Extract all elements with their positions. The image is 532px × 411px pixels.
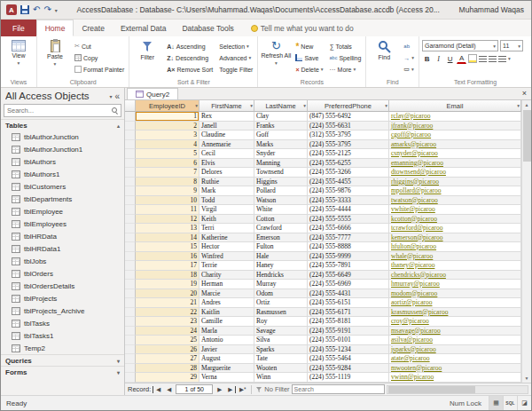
- cell-firstname[interactable]: Winfred: [200, 252, 254, 262]
- cell-preferredphone[interactable]: (224) 555-3333: [308, 196, 389, 206]
- more-button[interactable]: ··· More ▾: [328, 64, 364, 75]
- font-name-select[interactable]: Garamond (Detail) ▾: [422, 40, 498, 51]
- cell-firstname[interactable]: Rex: [200, 112, 254, 122]
- cell-employeeid[interactable]: 24: [136, 327, 200, 336]
- cell-firstname[interactable]: Verna: [200, 373, 254, 383]
- column-header-preferredphone[interactable]: PreferredPhone▾: [308, 100, 389, 112]
- cell-employeeid[interactable]: 28: [136, 364, 200, 374]
- cell-email[interactable]: croy@picaroo: [389, 317, 521, 327]
- column-header-firstname[interactable]: FirstName▾: [200, 100, 254, 112]
- cell-firstname[interactable]: Katherine: [200, 233, 254, 243]
- new-record-button[interactable]: * New: [293, 41, 325, 51]
- cell-preferredphone[interactable]: (224) 555-9876: [308, 186, 389, 196]
- first-record-button[interactable]: ◀: [153, 386, 162, 393]
- last-record-button[interactable]: ▶: [226, 386, 236, 393]
- cell-email[interactable]: whale@picaroo: [389, 252, 521, 262]
- cell-preferredphone[interactable]: (847) 555-6492: [308, 112, 389, 122]
- cell-firstname[interactable]: Claudine: [200, 130, 254, 140]
- cut-button[interactable]: ✂ Cut: [73, 41, 126, 51]
- cell-firstname[interactable]: Elvis: [200, 159, 254, 169]
- cell-firstname[interactable]: Marla: [200, 327, 254, 336]
- column-header-employeeid[interactable]: EmployeeID▾: [136, 100, 200, 112]
- row-selector[interactable]: [125, 280, 136, 289]
- shutter-bar-collapse-icon[interactable]: «: [114, 91, 120, 101]
- cell-lastname[interactable]: Odom: [254, 289, 308, 299]
- cell-employeeid[interactable]: 25: [136, 336, 200, 345]
- sql-view-button[interactable]: SQL: [503, 396, 517, 410]
- cell-email[interactable]: tcrawford@picaroo: [389, 224, 521, 233]
- cell-preferredphone[interactable]: (224) 555-4455: [308, 178, 389, 187]
- cell-firstname[interactable]: Charity: [200, 271, 254, 281]
- highlight-color-button[interactable]: [468, 54, 477, 63]
- cell-firstname[interactable]: Delores: [200, 168, 254, 178]
- design-view-button[interactable]: ◪: [517, 396, 531, 410]
- nav-pane-dropdown-icon[interactable]: ▾: [109, 93, 112, 99]
- cell-firstname[interactable]: Cecil: [200, 149, 254, 159]
- column-header-email[interactable]: Email▾: [389, 100, 521, 112]
- cell-employeeid[interactable]: 11: [136, 205, 200, 215]
- cell-lastname[interactable]: Rasmussen: [254, 308, 308, 318]
- row-selector[interactable]: [125, 159, 136, 169]
- cell-firstname[interactable]: Annemarie: [200, 140, 254, 150]
- ribbon-tab-create[interactable]: Create: [74, 20, 113, 36]
- cell-lastname[interactable]: Marks: [254, 140, 308, 150]
- cell-firstname[interactable]: Terrie: [200, 261, 254, 271]
- cell-email[interactable]: aortiz@picaroo: [389, 298, 521, 308]
- cell-email[interactable]: vwinn@picaroo: [389, 373, 521, 383]
- cell-email[interactable]: kemerson@picaroo: [389, 233, 521, 243]
- remove-sort-button[interactable]: A× Remove Sort: [165, 64, 215, 75]
- goto-button[interactable]: → ▾: [402, 52, 416, 63]
- row-selector[interactable]: [125, 317, 136, 327]
- align-right-button[interactable]: [498, 56, 506, 62]
- gridlines-dropdown-icon[interactable]: ▾: [508, 56, 511, 61]
- sidebar-item-tblTasks[interactable]: tblTasks: [1, 317, 124, 329]
- cell-firstname[interactable]: Javier: [200, 345, 254, 355]
- column-dropdown-icon[interactable]: ▾: [517, 103, 520, 108]
- user-name[interactable]: Muhammad Waqas: [459, 5, 526, 14]
- cell-lastname[interactable]: Haney: [254, 261, 308, 271]
- row-selector[interactable]: [125, 224, 136, 233]
- cell-email[interactable]: kcotton@picaroo: [389, 215, 521, 225]
- cell-lastname[interactable]: Franks: [254, 122, 308, 131]
- cell-email[interactable]: rhiggins@picaroo: [389, 178, 521, 187]
- copy-button[interactable]: Copy: [73, 52, 126, 63]
- bold-button[interactable]: B: [422, 54, 432, 64]
- row-selector[interactable]: [125, 112, 136, 122]
- cell-email[interactable]: twatson@picaroo: [389, 196, 521, 206]
- cell-firstname[interactable]: Andres: [200, 298, 254, 308]
- queries-section-header[interactable]: Queries ▾: [1, 354, 124, 366]
- cell-preferredphone[interactable]: (224) 555-3795: [308, 140, 389, 150]
- cell-employeeid[interactable]: 16: [136, 252, 200, 262]
- cell-lastname[interactable]: Murray: [254, 280, 308, 289]
- cell-preferredphone[interactable]: (224) 555-0101: [308, 336, 389, 345]
- cell-employeeid[interactable]: 6: [136, 159, 200, 169]
- sidebar-item-tblHRData[interactable]: tblHRData: [1, 230, 124, 242]
- cell-email[interactable]: vwhite@picaroo: [389, 205, 521, 215]
- cell-employeeid[interactable]: 10: [136, 196, 200, 206]
- row-selector[interactable]: [125, 252, 136, 262]
- forms-section-header[interactable]: Forms ▾: [1, 366, 124, 377]
- font-size-select[interactable]: 11 ▾: [500, 40, 523, 51]
- cell-lastname[interactable]: Winn: [254, 373, 308, 383]
- align-left-button[interactable]: [479, 56, 487, 62]
- cell-preferredphone[interactable]: (224) 555-6151: [308, 298, 389, 308]
- row-selector[interactable]: [125, 271, 136, 281]
- paste-button[interactable]: Paste ▾: [40, 38, 70, 78]
- cell-employeeid[interactable]: 17: [136, 261, 200, 271]
- cell-preferredphone[interactable]: (224) 555-4431: [308, 289, 389, 299]
- cell-lastname[interactable]: Cotton: [254, 215, 308, 225]
- cell-preferredphone[interactable]: (224) 555-9191: [308, 327, 389, 336]
- record-position[interactable]: 1 of 50: [176, 384, 213, 394]
- totals-button[interactable]: ∑ Totals: [328, 41, 364, 51]
- sidebar-item-tblDepartments[interactable]: tblDepartments: [1, 193, 124, 205]
- cell-email[interactable]: chendricks@picaroo: [389, 271, 521, 281]
- sidebar-item-tblEmployees[interactable]: tblEmployees: [1, 217, 124, 230]
- format-painter-button[interactable]: Format Painter: [73, 64, 126, 75]
- cell-employeeid[interactable]: 23: [136, 317, 200, 327]
- undo-icon[interactable]: ↶: [33, 5, 40, 14]
- cell-employeeid[interactable]: 29: [136, 373, 200, 383]
- scroll-up-icon[interactable]: ▲: [522, 100, 532, 109]
- cell-preferredphone[interactable]: (224) 555-8888: [308, 242, 389, 252]
- cell-email[interactable]: rclay@picaroo: [389, 112, 521, 122]
- cell-employeeid[interactable]: 22: [136, 308, 200, 318]
